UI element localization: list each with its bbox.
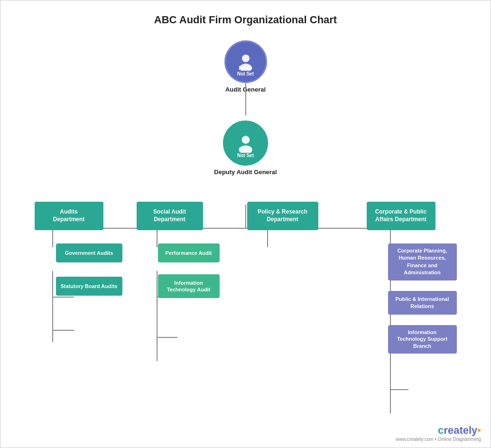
it-support-box: InformationTechnology SupportBranch — [388, 325, 457, 354]
corporate-planning-box: Corporate Planning,Human Resources,Finan… — [388, 243, 457, 280]
policy-research-column: Policy & ResearchDepartment — [247, 202, 318, 230]
brand-tagline: www.creately.com • Online Diagramming — [396, 437, 481, 442]
footer-brand: creately• www.creately.com • Online Diag… — [396, 424, 481, 442]
public-international-box: Public & InternationalRelations — [388, 291, 457, 315]
audits-dept-box: AuditsDepartment — [35, 202, 103, 230]
statutory-board-audits-box: Statutory Board Audits — [56, 277, 122, 296]
government-audits-box: Government Audits — [56, 243, 122, 262]
svg-point-19 — [241, 136, 250, 144]
social-audit-box: Social AuditDepartment — [137, 202, 203, 230]
performance-audit-box: Performance Audit — [158, 243, 220, 262]
deputy-label: Deputy Audit General — [214, 168, 277, 176]
policy-research-box: Policy & ResearchDepartment — [247, 202, 318, 230]
corporate-affairs-column: Corporate & PublicAffairs Department Cor… — [367, 202, 457, 354]
audit-general-label: Audit General — [225, 86, 266, 93]
avatar-text-2: PhotoNot Set — [237, 147, 254, 159]
audit-general-avatar: PhotoNot Set — [224, 40, 267, 83]
audits-dept-column: AuditsDepartment Government Audits Statu… — [35, 202, 122, 296]
brand-name: creately• — [396, 424, 481, 437]
deputy-audit-general-avatar: PhotoNot Set — [223, 121, 268, 166]
it-audit-box: InformationTechnology Audit — [158, 274, 220, 298]
svg-point-17 — [242, 55, 250, 62]
corporate-affairs-box: Corporate & PublicAffairs Department — [367, 202, 435, 230]
social-audit-column: Social AuditDepartment Performance Audit… — [137, 202, 220, 298]
page-title: ABC Audit Firm Organizational Chart — [154, 0, 337, 36]
avatar-text-1: PhotoNot Set — [237, 65, 254, 77]
